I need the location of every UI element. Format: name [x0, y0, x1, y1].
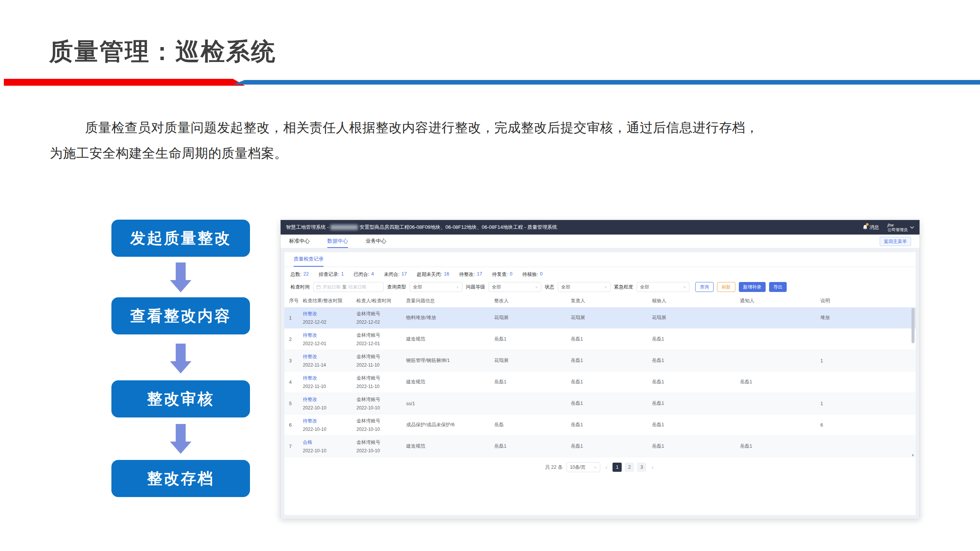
status-link[interactable]: 待整改 [303, 396, 353, 403]
cell-rectifier: 花琨展 [494, 315, 571, 321]
date-range-input[interactable]: 开始日期 至 结束日期 [313, 282, 384, 292]
flow-step-initiate: 发起质量整改 [111, 220, 250, 257]
query-button[interactable]: 查询 [695, 282, 714, 292]
app-title-suffix: 安置型商品房四期工程06-08F09地块、06-08F12地块、06-08F14… [359, 224, 557, 231]
tab-quality-inspection-records[interactable]: 质量检查记录 [294, 256, 323, 267]
cell-result-deadline: 待整改 2022-12-02 [303, 311, 356, 325]
stat-value: 4 [371, 271, 374, 278]
stat-item: 待整改:17 [459, 271, 482, 278]
cell-problem-info: 物料堆放/堆放 [406, 315, 494, 321]
deadline-text: 2022-12-01 [303, 341, 353, 346]
urgency-select[interactable]: 全部 ∨ [637, 282, 689, 292]
table-row[interactable]: 6 待整改 2022-10-10 金林湾账号 2022-10-10 成品保护/成… [284, 414, 916, 436]
deadline-text: 2022-10-10 [303, 405, 353, 411]
filter-label-time: 检查时间 [291, 284, 310, 290]
stat-label: 排查记录: [318, 271, 339, 278]
cell-rectifier: 岳磊1 [494, 336, 571, 342]
end-date-placeholder: 结束日期 [349, 284, 366, 290]
back-to-main-menu-button[interactable]: 返回主菜单 [880, 237, 911, 246]
status-link[interactable]: 待整改 [303, 375, 353, 381]
table-row[interactable]: 7 合格 2022-10-10 金林湾账号 2022-10-10 建造规范 岳磊… [284, 436, 916, 457]
inspector-name: 金林湾账号 [356, 332, 403, 339]
cell-result-deadline: 待整改 2022-10-10 [303, 418, 356, 432]
user-menu[interactable]: jhw 公司管理员 [888, 223, 915, 232]
status-link[interactable]: 待整改 [303, 311, 353, 317]
status-select[interactable]: 全部 ∨ [558, 282, 611, 292]
refresh-button[interactable]: 刷新 [717, 282, 735, 292]
cell-verifier: 岳磊1 [652, 357, 740, 364]
table-row[interactable]: 1 待整改 2022-12-02 金林湾账号 2022-12-02 物料堆放/堆… [284, 307, 916, 329]
cell-verifier: 花琨展 [652, 315, 740, 321]
column-header: 序号 [289, 298, 303, 304]
page-size-select[interactable]: 10条/页 ∨ [567, 462, 600, 472]
cell-problem-info: 建造规范 [406, 379, 494, 385]
export-button[interactable]: 导出 [769, 282, 787, 292]
flow-arrow-down-icon [170, 344, 191, 373]
next-page-icon[interactable]: › [650, 464, 655, 470]
stat-item: 待核验:0 [522, 271, 542, 278]
status-link[interactable]: 合格 [303, 439, 353, 446]
table-body: 1 待整改 2022-12-02 金林湾账号 2022-12-02 物料堆放/堆… [284, 307, 916, 457]
cell-no: 2 [289, 337, 303, 342]
scroll-down-icon[interactable]: ▼ [911, 453, 915, 457]
tab-standard-center[interactable]: 标准中心 [289, 235, 310, 248]
deadline-text: 2022-12-02 [303, 320, 353, 325]
cell-reviewer: 花琨展 [571, 315, 652, 321]
inspect-time: 2022-10-10 [356, 405, 403, 411]
status-link[interactable]: 待整改 [303, 418, 353, 424]
query-type-select[interactable]: 全部 ∨ [410, 282, 462, 292]
stat-label: 超期未关闭: [417, 271, 442, 278]
scrollbar[interactable]: ▼ [911, 307, 915, 457]
date-separator: 至 [342, 284, 347, 290]
stat-item: 未闭合:17 [384, 271, 407, 278]
filter-row: 检查时间 开始日期 至 结束日期 查询类型 [284, 281, 916, 293]
tab-business-center[interactable]: 业务中心 [366, 235, 386, 248]
slide: 质量管理：巡检系统 质量检查员对质量问题发起整改，相关责任人根据整改内容进行整改… [0, 0, 980, 551]
inspector-name: 金林湾账号 [356, 311, 403, 317]
page-button-2[interactable]: 2 [625, 463, 634, 472]
cell-verifier: 岳磊1 [652, 379, 740, 385]
problem-level-select[interactable]: 全部 ∨ [488, 282, 541, 292]
cell-inspector-time: 金林湾账号 2022-10-10 [356, 439, 406, 453]
status-link[interactable]: 待整改 [303, 332, 353, 339]
redacted-text [330, 225, 358, 230]
table-row[interactable]: 5 待整改 2022-10-10 金林湾账号 2022-10-10 ss/1 岳… [284, 393, 916, 414]
filter-label-query-type: 查询类型 [387, 284, 406, 290]
cell-problem-info: ss/1 [406, 401, 494, 406]
inspector-name: 金林湾账号 [356, 418, 403, 424]
records-card: 质量检查记录 总数:22排查记录:1已闭合:4未闭合:17超期未关闭:16待整改… [284, 252, 916, 515]
page-button-1[interactable]: 1 [612, 463, 622, 472]
table-row[interactable]: 4 待整改 2022-11-10 金林湾账号 2022-11-10 建造规范 岳… [284, 372, 916, 393]
inspector-name: 金林湾账号 [356, 375, 403, 381]
cell-inspector-time: 金林湾账号 2022-10-10 [356, 418, 406, 432]
stat-label: 待核验: [522, 271, 538, 278]
cell-inspector-time: 金林湾账号 2022-11-10 [356, 354, 406, 368]
cell-no: 3 [289, 358, 303, 364]
page-button-3[interactable]: 3 [637, 463, 646, 472]
tab-data-center[interactable]: 数据中心 [327, 235, 348, 248]
stat-label: 已闭合: [354, 271, 369, 278]
add-record-button[interactable]: 新增补录 [739, 282, 766, 292]
column-header: 整改人 [494, 298, 571, 304]
flow-step-label: 整改存档 [147, 468, 214, 489]
paragraph-line: 为施工安全构建全生命周期的质量档案。 [50, 140, 934, 166]
cell-verifier: 岳磊1 [652, 422, 740, 428]
column-header: 检查人/检查时间 [356, 298, 406, 304]
page-buttons: 123 [612, 463, 646, 472]
messages-button[interactable]: 消息 [862, 224, 879, 231]
cell-problem-info: 建造规范 [406, 336, 494, 342]
cell-rectifier: 岳磊1 [494, 379, 571, 385]
flow-step-review: 整改审核 [111, 380, 250, 417]
status-link[interactable]: 待整改 [303, 354, 353, 360]
cell-reviewer: 岳磊1 [571, 443, 652, 450]
table-row[interactable]: 2 待整改 2022-12-01 金林湾账号 2022-12-01 建造规范 岳… [284, 329, 916, 350]
inspect-time: 2022-10-10 [356, 427, 403, 432]
stat-label: 待复查: [492, 271, 508, 278]
paragraph-line: 质量检查员对质量问题发起整改，相关责任人根据整改内容进行整改，完成整改后提交审核… [50, 115, 934, 140]
stat-value: 17 [477, 271, 482, 278]
deadline-text: 2022-11-14 [303, 362, 353, 368]
prev-page-icon[interactable]: ‹ [604, 464, 609, 470]
table-row[interactable]: 3 待整改 2022-11-14 金林湾账号 2022-11-10 钢筋管理/钢… [284, 350, 916, 372]
scrollbar-thumb[interactable] [911, 308, 915, 343]
stat-value: 17 [402, 271, 407, 278]
